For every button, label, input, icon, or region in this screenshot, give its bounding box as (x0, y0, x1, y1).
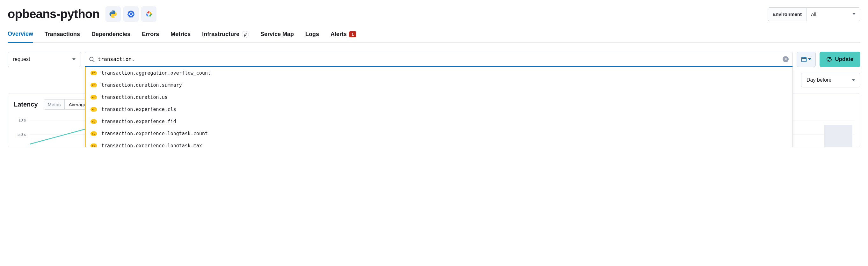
y-tick: 10 s (19, 118, 26, 122)
chevron-down-icon (852, 79, 855, 81)
y-tick: 5.0 s (18, 132, 26, 137)
filter-bar: request ✕ FDtransaction.aggregation.over… (8, 52, 860, 67)
field-type-icon: FD (91, 83, 97, 87)
tab-metrics[interactable]: Metrics (170, 31, 191, 42)
tab-bar: Overview Transactions Dependencies Error… (8, 31, 860, 43)
comparison-value: Day before (806, 77, 831, 83)
transaction-type-value: request (13, 56, 30, 62)
transaction-type-select[interactable]: request (8, 52, 81, 67)
suggestion-item[interactable]: FDtransaction.experience.cls (85, 104, 793, 115)
suggestion-item[interactable]: FDtransaction.aggregation.overflow_count (85, 67, 793, 79)
refresh-icon (827, 57, 832, 62)
tab-alerts[interactable]: Alerts 1 (331, 31, 356, 42)
kubernetes-icon (123, 6, 138, 22)
environment-label: Environment (768, 7, 806, 21)
tab-service-map[interactable]: Service Map (260, 31, 294, 42)
suggestions-dropdown: FDtransaction.aggregation.overflow_count… (85, 67, 793, 147)
chevron-down-icon (72, 58, 75, 60)
gcp-icon (141, 6, 156, 22)
calendar-icon (801, 56, 807, 62)
tab-overview[interactable]: Overview (8, 31, 33, 43)
alert-count-badge: 1 (349, 31, 356, 37)
latency-title: Latency (14, 101, 38, 108)
tab-errors[interactable]: Errors (142, 31, 159, 42)
suggestion-item[interactable]: FDtransaction.duration.us (85, 91, 793, 104)
chevron-down-icon (808, 58, 811, 60)
field-type-icon: FD (91, 144, 97, 147)
comparison-select[interactable]: Day before (801, 73, 860, 87)
environment-select[interactable]: All (806, 7, 860, 21)
search-icon (89, 56, 95, 62)
tab-logs[interactable]: Logs (305, 31, 319, 42)
search-input-wrap: ✕ (85, 52, 793, 67)
tab-transactions[interactable]: Transactions (44, 31, 80, 42)
comparison-shaded-region (824, 125, 852, 147)
page-title: opbeans-python (8, 7, 100, 21)
suggestion-item[interactable]: FDtransaction.experience.fid (85, 115, 793, 127)
tech-icon-group (105, 6, 156, 22)
date-picker-button[interactable] (797, 52, 816, 67)
tab-dependencies[interactable]: Dependencies (91, 31, 130, 42)
field-type-icon: FD (91, 119, 97, 124)
update-label: Update (835, 56, 853, 62)
field-type-icon: FD (91, 131, 97, 136)
beta-badge: β (242, 31, 249, 38)
metric-select[interactable]: Metric Average (44, 99, 91, 110)
svg-line-9 (93, 60, 94, 62)
chevron-down-icon (852, 13, 856, 15)
tab-infrastructure[interactable]: Infrastructure β (202, 31, 249, 42)
suggestion-item[interactable]: FDtransaction.experience.longtask.count (85, 127, 793, 140)
python-icon (105, 6, 121, 22)
suggestion-item[interactable]: FDtransaction.duration.summary (85, 79, 793, 91)
page-header: opbeans-python Environment All (8, 6, 860, 22)
field-type-icon: FD (91, 71, 97, 75)
field-type-icon: FD (91, 95, 97, 99)
field-type-icon: FD (91, 107, 97, 112)
metric-label: Metric (44, 99, 65, 109)
environment-value: All (811, 11, 816, 17)
search-input[interactable] (98, 52, 783, 66)
update-button[interactable]: Update (819, 52, 860, 67)
svg-rect-10 (802, 57, 806, 62)
suggestion-item[interactable]: FDtransaction.experience.longtask.max (85, 140, 793, 147)
clear-search-icon[interactable]: ✕ (783, 56, 789, 62)
